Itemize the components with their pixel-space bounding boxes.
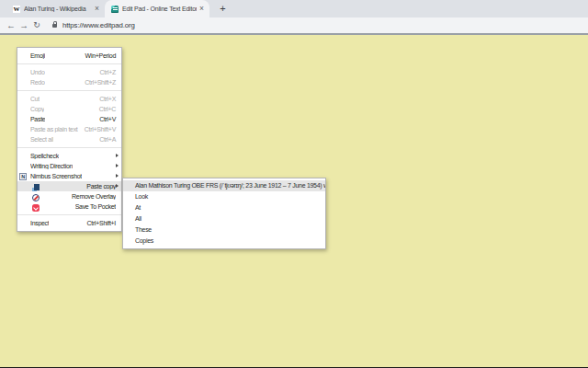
submenu-item-all[interactable]: All (123, 213, 325, 224)
new-tab-button[interactable]: + (217, 3, 229, 15)
menu-item-nimbus-screenshot[interactable]: N Nimbus Screenshot (17, 171, 121, 181)
menu-item-writing-direction[interactable]: Writing Direction (17, 161, 121, 171)
reload-button[interactable]: ↻ (30, 17, 43, 33)
tab-strip: W Alan Turing - Wikipedia × Edit Pad - O… (0, 0, 588, 17)
menu-item-redo[interactable]: Redo Ctrl+Shift+Z (17, 77, 121, 87)
submenu-item-at[interactable]: At (123, 202, 325, 213)
menu-item-label: Select all (30, 136, 53, 143)
tab-alan-turing-wikipedia[interactable]: W Alan Turing - Wikipedia × (6, 0, 105, 17)
menu-item-label: Nimbus Screenshot (30, 173, 82, 179)
tab-title: Alan Turing - Wikipedia (24, 6, 92, 12)
menu-item-label: Emoji (30, 52, 45, 59)
menu-item-shortcut: Ctrl+C (99, 106, 116, 112)
menu-item-shortcut: Ctrl+V (99, 116, 116, 122)
menu-item-shortcut: Ctrl+Z (100, 69, 116, 75)
nimbus-screenshot-icon: N (19, 173, 27, 180)
menu-separator (17, 90, 121, 91)
menu-item-paste-as-plain-text[interactable]: Paste as plain text Ctrl+Shift+V (17, 124, 121, 134)
submenu-item-look[interactable]: Look (123, 191, 325, 202)
menu-item-shortcut: Ctrl+X (99, 96, 116, 102)
submenu-arrow-icon (116, 154, 119, 157)
forward-button[interactable]: → (17, 17, 30, 33)
menu-item-label: Redo (30, 79, 45, 86)
menu-item-save-to-pocket[interactable]: Save To Pocket (17, 201, 121, 212)
menu-item-label: Save To Pocket (75, 203, 116, 210)
menu-item-emoji[interactable]: Emoji Win+Period (17, 51, 121, 61)
address-bar-url[interactable]: https://www.editpad.org (62, 21, 135, 29)
menu-item-label: Writing Direction (30, 163, 73, 169)
context-menu: Emoji Win+Period Undo Ctrl+Z Redo Ctrl+S… (17, 47, 122, 232)
menu-item-paste[interactable]: Paste Ctrl+V (17, 114, 121, 124)
menu-item-label: Cut (30, 96, 40, 102)
menu-item-label: Paste as plain text (30, 126, 78, 132)
menu-item-paste-copy[interactable]: Paste copy (17, 181, 121, 191)
menu-item-spellcheck[interactable]: Spellcheck (17, 151, 121, 161)
back-button[interactable]: ← (5, 17, 17, 33)
submenu-arrow-icon (116, 184, 119, 188)
menu-separator (17, 147, 121, 148)
paste-copy-submenu: Alan Mathison Turing OBE FRS (/ˈtjʊərɪŋ/… (122, 178, 326, 249)
remove-overlay-icon (32, 194, 40, 201)
menu-item-shortcut: Ctrl+Shift+I (87, 220, 116, 226)
editpad-favicon-icon (111, 6, 119, 13)
menu-separator (17, 63, 121, 64)
menu-item-label: Spellcheck (30, 153, 59, 159)
pocket-icon (32, 204, 40, 212)
submenu-item-these[interactable]: These (123, 224, 325, 236)
menu-item-label: Inspect (30, 220, 49, 226)
submenu-arrow-icon (116, 174, 119, 178)
close-tab-icon[interactable]: × (92, 0, 105, 17)
menu-item-select-all[interactable]: Select all Ctrl+A (17, 134, 121, 144)
paste-copy-icon (32, 184, 40, 191)
submenu-arrow-icon (116, 164, 119, 167)
browser-toolbar: ← → ↻ https://www.editpad.org (0, 17, 588, 35)
menu-item-label: Paste copy (86, 183, 116, 190)
tab-edit-pad-active[interactable]: Edit Pad - Online Text Editor & W × (105, 0, 209, 17)
menu-item-shortcut: Ctrl+Shift+V (85, 126, 116, 132)
menu-item-cut[interactable]: Cut Ctrl+X (17, 94, 121, 104)
menu-item-shortcut: Win+Period (85, 52, 116, 59)
menu-item-inspect[interactable]: Inspect Ctrl+Shift+I (17, 218, 121, 228)
menu-item-label: Remove Overlay (72, 193, 116, 200)
menu-item-shortcut: Ctrl+Shift+Z (85, 79, 116, 86)
close-tab-icon[interactable]: × (197, 0, 209, 17)
wikipedia-favicon-icon: W (13, 6, 20, 13)
https-lock-icon[interactable] (52, 24, 57, 28)
menu-item-remove-overlay[interactable]: Remove Overlay (17, 191, 121, 201)
tab-title: Edit Pad - Online Text Editor & W (122, 6, 197, 12)
menu-item-label: Copy (30, 106, 44, 112)
submenu-item-copies[interactable]: Copies (123, 236, 325, 247)
menu-separator (17, 214, 121, 215)
submenu-item-turing-text[interactable]: Alan Mathison Turing OBE FRS (/ˈtjʊərɪŋ/… (123, 180, 325, 191)
menu-item-shortcut: Ctrl+A (99, 136, 116, 143)
menu-item-label: Undo (30, 69, 45, 75)
menu-item-undo[interactable]: Undo Ctrl+Z (17, 67, 121, 77)
menu-item-copy[interactable]: Copy Ctrl+C (17, 104, 121, 114)
menu-item-label: Paste (30, 116, 45, 122)
